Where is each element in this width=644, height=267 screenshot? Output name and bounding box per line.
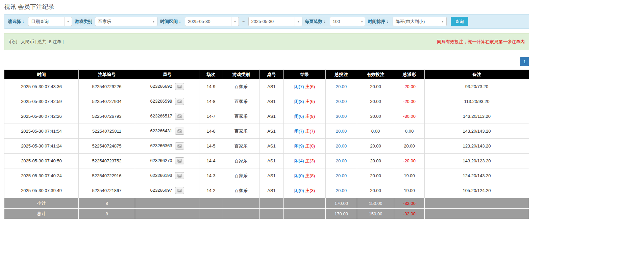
result-image-button[interactable] xyxy=(175,157,184,164)
chevron-down-icon: ▾ xyxy=(359,17,365,26)
date-range-separator: ~ xyxy=(242,19,246,24)
total-bet-link[interactable]: 20.00 xyxy=(336,173,347,178)
total-bet-link[interactable]: 20.00 xyxy=(336,129,347,134)
result-banker: 庄(3) xyxy=(305,158,315,163)
query-type-value: 日期查询 xyxy=(28,19,64,25)
cell-time: 2025-05-30 07:42:59 xyxy=(4,94,79,109)
game-type-select[interactable]: 百家乐 ▾ xyxy=(95,17,157,26)
cell-time: 2025-05-30 07:39:49 xyxy=(4,183,79,198)
total-row: 总计 8 170.00 150.00 -32.00 xyxy=(4,209,529,219)
chevron-down-icon: ▾ xyxy=(150,17,157,26)
search-button[interactable]: 查询 xyxy=(451,17,468,26)
cell-session: 14-2 xyxy=(199,183,223,198)
cell-remark: 124.20/143.20 xyxy=(425,168,529,183)
cell-valid-bet: 20.00 xyxy=(357,154,394,168)
table-row: 2025-05-30 07:41:54522540725811623266431… xyxy=(4,124,529,139)
result-image-button[interactable] xyxy=(175,142,184,150)
table-row: 2025-05-30 07:42:26522540726793623266517… xyxy=(4,109,529,124)
currency-summary-text: 币别 : 人民币 | 总共 :8 注单 | xyxy=(8,39,64,45)
subtotal-total-bet: 170.00 xyxy=(326,198,357,209)
cell-table-no: AS1 xyxy=(259,94,284,109)
payout-value: -32.00 xyxy=(403,201,416,206)
total-bet-link[interactable]: 20.00 xyxy=(336,84,347,89)
result-image-button[interactable] xyxy=(175,83,184,90)
result-image-button[interactable] xyxy=(175,98,184,105)
cell-total-bet: 30.00 xyxy=(326,109,357,124)
result-player: 闲(7) xyxy=(294,84,304,89)
cell-result: 闲(0) 庄(8) xyxy=(284,168,326,183)
cell-time: 2025-05-30 07:40:50 xyxy=(4,154,79,168)
round-id-value: 623266598 xyxy=(150,99,172,104)
total-bet-link[interactable]: 20.00 xyxy=(336,143,347,149)
cell-valid-bet: 20.00 xyxy=(357,79,394,94)
pagination-page-1[interactable]: 1 xyxy=(520,57,529,66)
cell-bet-id: 522540727904 xyxy=(79,94,135,109)
cell-game-type: 百家乐 xyxy=(223,183,259,198)
cell-remark: 113.20/93.20 xyxy=(425,94,529,109)
picture-icon xyxy=(177,129,182,133)
cell-table-no: AS1 xyxy=(259,139,284,154)
subtotal-label: 小计 xyxy=(4,198,79,209)
total-bet-link[interactable]: 20.00 xyxy=(336,158,347,163)
cell-total-bet: 20.00 xyxy=(326,154,357,168)
game-type-value: 百家乐 xyxy=(95,19,150,25)
cell-round-id: 623266517 xyxy=(135,109,199,124)
cell-payout: -20.00 xyxy=(394,79,425,94)
cell-session: 14-3 xyxy=(199,168,223,183)
cell-time: 2025-05-30 07:40:24 xyxy=(4,168,79,183)
time-range-label: 时间区间： xyxy=(160,19,182,25)
cell-remark: 105.20/124.20 xyxy=(425,183,529,198)
result-player: 闲(0) xyxy=(294,188,304,193)
result-image-button[interactable] xyxy=(175,187,184,194)
cell-table-no: AS1 xyxy=(259,183,284,198)
table-row: 2025-05-30 07:40:50522540723752623266270… xyxy=(4,154,529,168)
cell-payout: 0.00 xyxy=(394,124,425,139)
total-bet-link[interactable]: 20.00 xyxy=(336,99,347,104)
cell-valid-bet: 30.00 xyxy=(357,109,394,124)
bet-records-table: 时间注单编号局号场次游戏类别桌号结果总投注有效投注总派彩备注 2025-05-3… xyxy=(4,70,529,219)
result-image-button[interactable] xyxy=(175,113,184,120)
date-from-select[interactable]: 2025-05-30 ▾ xyxy=(185,17,239,26)
query-type-select[interactable]: 日期查询 ▾ xyxy=(28,17,72,26)
date-to-select[interactable]: 2025-05-30 ▾ xyxy=(248,17,302,26)
cell-result: 闲(0) 庄(3) xyxy=(284,183,326,198)
sort-order-select[interactable]: 降幂(由大到小) ▾ xyxy=(393,17,447,26)
summary-bar: 币别 : 人民币 | 总共 :8 注单 | 同局有效投注，统一计算在该局第一张注… xyxy=(4,33,529,50)
picture-icon xyxy=(177,144,182,148)
cell-valid-bet: 20.00 xyxy=(357,168,394,183)
empty-cell xyxy=(199,209,223,219)
cell-table-no: AS1 xyxy=(259,79,284,94)
result-image-button[interactable] xyxy=(175,172,184,179)
page-size-input[interactable] xyxy=(330,17,359,26)
cell-session: 14-7 xyxy=(199,109,223,124)
cell-valid-bet: 20.00 xyxy=(357,183,394,198)
picture-icon xyxy=(177,173,182,178)
chevron-down-icon: ▾ xyxy=(64,17,72,26)
cell-session: 14-8 xyxy=(199,94,223,109)
page-size-combo[interactable]: ▾ xyxy=(330,17,365,26)
total-total-bet: 170.00 xyxy=(326,209,357,219)
total-valid-bet: 150.00 xyxy=(357,209,394,219)
round-id-value: 623266517 xyxy=(150,113,172,118)
page-title: 视讯 会员下注纪录 xyxy=(4,3,529,11)
sort-order-value: 降幂(由大到小) xyxy=(393,19,439,25)
empty-cell xyxy=(223,198,259,209)
cell-result: 闲(8) 庄(6) xyxy=(284,94,326,109)
payout-value: -30.00 xyxy=(403,114,416,119)
chevron-down-icon: ▾ xyxy=(439,17,446,26)
result-image-button[interactable] xyxy=(175,128,184,135)
payout-value: -32.00 xyxy=(403,211,416,216)
total-bet-link[interactable]: 20.00 xyxy=(336,188,347,193)
cell-result: 闲(7) 庄(7) xyxy=(284,124,326,139)
column-header: 备注 xyxy=(425,70,529,79)
picture-icon xyxy=(177,159,182,163)
payout-value: -20.00 xyxy=(403,99,416,104)
cell-time: 2025-05-30 07:41:54 xyxy=(4,124,79,139)
empty-cell xyxy=(284,209,326,219)
total-bet-link[interactable]: 30.00 xyxy=(336,114,347,119)
pagination: 1 xyxy=(4,57,529,66)
cell-bet-id: 522540726793 xyxy=(79,109,135,124)
cell-remark: 143.20/123.20 xyxy=(425,154,529,168)
result-banker: 庄(8) xyxy=(305,114,315,119)
cell-table-no: AS1 xyxy=(259,109,284,124)
